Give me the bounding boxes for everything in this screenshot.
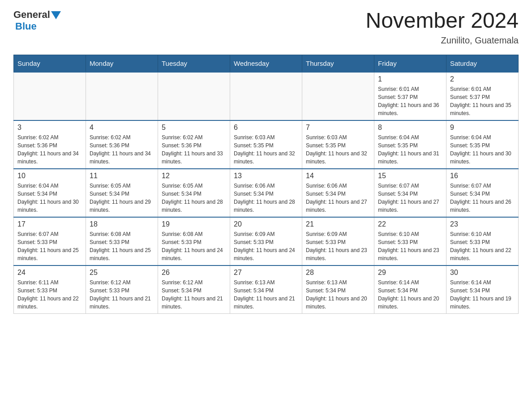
calendar-day-cell: 14Sunrise: 6:06 AMSunset: 5:34 PMDayligh… (302, 169, 374, 217)
day-info: Sunrise: 6:02 AMSunset: 5:36 PMDaylight:… (17, 133, 82, 166)
day-number: 22 (378, 220, 442, 228)
calendar-title-block: November 2024 Zunilito, Guatemala (365, 9, 519, 46)
day-number: 9 (450, 124, 515, 132)
calendar-day-cell (230, 72, 302, 120)
page-header: General Blue November 2024 Zunilito, Gua… (13, 9, 519, 46)
calendar-title: November 2024 (365, 9, 519, 33)
day-info: Sunrise: 6:04 AMSunset: 5:35 PMDaylight:… (378, 133, 442, 166)
calendar-day-cell: 10Sunrise: 6:04 AMSunset: 5:34 PMDayligh… (14, 169, 86, 217)
calendar-day-cell (14, 72, 86, 120)
calendar-week-row: 24Sunrise: 6:11 AMSunset: 5:33 PMDayligh… (14, 265, 519, 314)
calendar-day-cell: 20Sunrise: 6:09 AMSunset: 5:33 PMDayligh… (230, 217, 302, 265)
day-info: Sunrise: 6:12 AMSunset: 5:33 PMDaylight:… (90, 278, 154, 311)
calendar-day-cell: 30Sunrise: 6:14 AMSunset: 5:34 PMDayligh… (446, 265, 519, 314)
calendar-day-header: Wednesday (230, 55, 302, 72)
day-number: 27 (234, 269, 298, 277)
calendar-day-header: Friday (374, 55, 446, 72)
calendar-day-cell: 12Sunrise: 6:05 AMSunset: 5:34 PMDayligh… (158, 169, 230, 217)
day-info: Sunrise: 6:13 AMSunset: 5:34 PMDaylight:… (306, 278, 370, 311)
day-info: Sunrise: 6:08 AMSunset: 5:33 PMDaylight:… (90, 230, 154, 262)
calendar-day-cell: 29Sunrise: 6:14 AMSunset: 5:34 PMDayligh… (374, 265, 446, 314)
day-info: Sunrise: 6:02 AMSunset: 5:36 PMDaylight:… (90, 133, 154, 166)
day-info: Sunrise: 6:03 AMSunset: 5:35 PMDaylight:… (306, 133, 370, 166)
calendar-day-cell: 27Sunrise: 6:13 AMSunset: 5:34 PMDayligh… (230, 265, 302, 314)
calendar-day-cell: 22Sunrise: 6:10 AMSunset: 5:33 PMDayligh… (374, 217, 446, 265)
calendar-day-cell: 13Sunrise: 6:06 AMSunset: 5:34 PMDayligh… (230, 169, 302, 217)
day-info: Sunrise: 6:14 AMSunset: 5:34 PMDaylight:… (378, 278, 442, 311)
day-info: Sunrise: 6:09 AMSunset: 5:33 PMDaylight:… (306, 230, 370, 262)
calendar-day-cell: 21Sunrise: 6:09 AMSunset: 5:33 PMDayligh… (302, 217, 374, 265)
calendar-header-row: SundayMondayTuesdayWednesdayThursdayFrid… (14, 55, 519, 72)
day-number: 15 (378, 172, 442, 180)
day-number: 21 (306, 220, 370, 228)
calendar-week-row: 3Sunrise: 6:02 AMSunset: 5:36 PMDaylight… (14, 120, 519, 169)
calendar-week-row: 1Sunrise: 6:01 AMSunset: 5:37 PMDaylight… (14, 72, 519, 120)
day-info: Sunrise: 6:01 AMSunset: 5:37 PMDaylight:… (378, 85, 442, 117)
logo: General Blue (13, 9, 61, 32)
logo-blue-text: Blue (15, 21, 37, 32)
calendar-day-cell (86, 72, 158, 120)
calendar-week-row: 17Sunrise: 6:07 AMSunset: 5:33 PMDayligh… (14, 217, 519, 265)
day-number: 26 (162, 269, 226, 277)
day-number: 18 (90, 220, 154, 228)
day-info: Sunrise: 6:07 AMSunset: 5:34 PMDaylight:… (450, 182, 515, 214)
day-number: 16 (450, 172, 515, 180)
calendar-day-cell: 1Sunrise: 6:01 AMSunset: 5:37 PMDaylight… (374, 72, 446, 120)
day-info: Sunrise: 6:11 AMSunset: 5:33 PMDaylight:… (17, 278, 82, 311)
calendar-day-cell: 9Sunrise: 6:04 AMSunset: 5:35 PMDaylight… (446, 120, 519, 169)
calendar-week-row: 10Sunrise: 6:04 AMSunset: 5:34 PMDayligh… (14, 169, 519, 217)
calendar-day-cell (302, 72, 374, 120)
day-number: 23 (450, 220, 515, 228)
day-info: Sunrise: 6:08 AMSunset: 5:33 PMDaylight:… (162, 230, 226, 262)
calendar-day-cell: 28Sunrise: 6:13 AMSunset: 5:34 PMDayligh… (302, 265, 374, 314)
day-info: Sunrise: 6:10 AMSunset: 5:33 PMDaylight:… (378, 230, 442, 262)
day-info: Sunrise: 6:13 AMSunset: 5:34 PMDaylight:… (234, 278, 298, 311)
calendar-day-header: Monday (86, 55, 158, 72)
day-info: Sunrise: 6:05 AMSunset: 5:34 PMDaylight:… (90, 182, 154, 214)
logo-general-text: General (13, 9, 50, 21)
day-info: Sunrise: 6:04 AMSunset: 5:35 PMDaylight:… (450, 133, 515, 166)
day-info: Sunrise: 6:05 AMSunset: 5:34 PMDaylight:… (162, 182, 226, 214)
day-number: 3 (17, 124, 82, 132)
calendar-day-cell (158, 72, 230, 120)
day-info: Sunrise: 6:14 AMSunset: 5:34 PMDaylight:… (450, 278, 515, 311)
calendar-day-cell: 7Sunrise: 6:03 AMSunset: 5:35 PMDaylight… (302, 120, 374, 169)
day-number: 11 (90, 172, 154, 180)
day-info: Sunrise: 6:07 AMSunset: 5:33 PMDaylight:… (17, 230, 82, 262)
day-number: 14 (306, 172, 370, 180)
day-number: 19 (162, 220, 226, 228)
calendar-day-cell: 19Sunrise: 6:08 AMSunset: 5:33 PMDayligh… (158, 217, 230, 265)
calendar-day-cell: 4Sunrise: 6:02 AMSunset: 5:36 PMDaylight… (86, 120, 158, 169)
day-info: Sunrise: 6:02 AMSunset: 5:36 PMDaylight:… (162, 133, 226, 166)
day-info: Sunrise: 6:06 AMSunset: 5:34 PMDaylight:… (306, 182, 370, 214)
calendar-day-cell: 24Sunrise: 6:11 AMSunset: 5:33 PMDayligh… (14, 265, 86, 314)
day-info: Sunrise: 6:12 AMSunset: 5:34 PMDaylight:… (162, 278, 226, 311)
day-number: 13 (234, 172, 298, 180)
logo-triangle-icon (51, 11, 61, 19)
calendar-day-header: Sunday (14, 55, 86, 72)
calendar-day-cell: 6Sunrise: 6:03 AMSunset: 5:35 PMDaylight… (230, 120, 302, 169)
calendar-day-cell: 18Sunrise: 6:08 AMSunset: 5:33 PMDayligh… (86, 217, 158, 265)
calendar-day-header: Tuesday (158, 55, 230, 72)
calendar-day-cell: 16Sunrise: 6:07 AMSunset: 5:34 PMDayligh… (446, 169, 519, 217)
calendar-day-cell: 8Sunrise: 6:04 AMSunset: 5:35 PMDaylight… (374, 120, 446, 169)
day-number: 30 (450, 269, 515, 277)
day-info: Sunrise: 6:04 AMSunset: 5:34 PMDaylight:… (17, 182, 82, 214)
calendar-day-cell: 15Sunrise: 6:07 AMSunset: 5:34 PMDayligh… (374, 169, 446, 217)
day-info: Sunrise: 6:06 AMSunset: 5:34 PMDaylight:… (234, 182, 298, 214)
day-number: 17 (17, 220, 82, 228)
calendar-day-header: Thursday (302, 55, 374, 72)
day-info: Sunrise: 6:09 AMSunset: 5:33 PMDaylight:… (234, 230, 298, 262)
day-number: 4 (90, 124, 154, 132)
day-number: 2 (450, 75, 515, 83)
calendar-day-cell: 23Sunrise: 6:10 AMSunset: 5:33 PMDayligh… (446, 217, 519, 265)
day-info: Sunrise: 6:07 AMSunset: 5:34 PMDaylight:… (378, 182, 442, 214)
day-number: 1 (378, 75, 442, 83)
day-number: 10 (17, 172, 82, 180)
day-number: 24 (17, 269, 82, 277)
calendar-day-cell: 25Sunrise: 6:12 AMSunset: 5:33 PMDayligh… (86, 265, 158, 314)
day-number: 7 (306, 124, 370, 132)
day-number: 28 (306, 269, 370, 277)
calendar-day-cell: 17Sunrise: 6:07 AMSunset: 5:33 PMDayligh… (14, 217, 86, 265)
svg-marker-0 (51, 11, 61, 19)
